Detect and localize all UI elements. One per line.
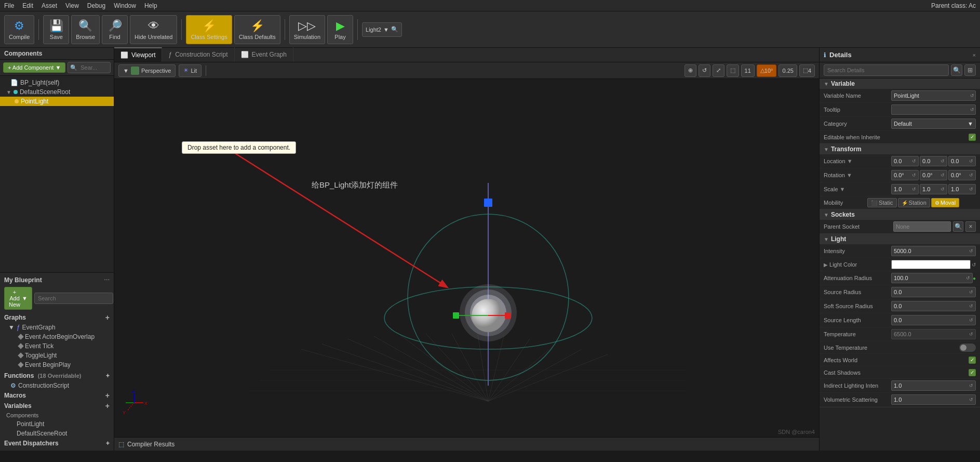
mobility-station-btn[interactable]: ⚡ Station [898,198,930,207]
affects-world-checkbox[interactable] [969,357,976,364]
debug-filter-dropdown[interactable]: Light2 ▼ 🔍 [362,22,402,37]
indirect-lighting-input[interactable]: 1.0 ↺ [891,380,976,391]
event-tick[interactable]: Event Tick [0,341,114,351]
sockets-section-header[interactable]: ▼ Sockets [820,209,980,220]
tree-item-bp-light[interactable]: 📄 BP_Light(self) [0,78,114,87]
bp-search-input[interactable] [34,293,113,304]
details-close-icon[interactable]: × [973,52,976,58]
variables-plus[interactable]: + [105,402,110,410]
soft-source-radius-input[interactable]: 0.0 ↺ [891,301,976,311]
browse-button[interactable]: 🔍 Browse [71,15,100,44]
angle-snap-num[interactable]: △ 10° [757,64,777,77]
tab-construction-script[interactable]: ƒ Construction Script [162,47,234,62]
menu-view[interactable]: View [65,2,79,9]
my-blueprint-header[interactable]: My Blueprint ⋯ [0,275,114,285]
source-radius-input[interactable]: 0.0 ↺ [891,287,976,297]
temperature-input[interactable]: 6500.0 ↺ [891,329,976,339]
svg-line-11 [488,349,582,401]
rotation-x-input[interactable]: 0.0° ↺ [891,170,919,180]
light-color-picker[interactable] [891,260,971,269]
menu-window[interactable]: Window [114,2,136,9]
menu-asset[interactable]: Asset [42,2,57,9]
light-section-header[interactable]: ▼ Light [820,234,980,244]
menu-help[interactable]: Help [144,2,157,9]
var-default-scene-root[interactable]: DefaultSceneRoot [0,429,114,438]
macros-header[interactable]: Macros + [0,390,114,401]
add-component-button[interactable]: + Add Component ▼ [3,62,65,73]
tooltip-input[interactable]: ↺ [891,104,976,115]
functions-plus[interactable]: + [106,372,110,379]
rotation-z-input[interactable]: 0.0° ↺ [948,170,976,180]
camera-speed-num[interactable]: 0.25 [778,64,797,77]
tree-item-default-scene-root[interactable]: ▼ DefaultSceneRoot [0,87,114,97]
mobility-movable-btn[interactable]: ⚙ Moval [931,198,959,207]
event-dispatchers-header[interactable]: Event Dispatchers + [0,438,114,448]
details-search-btn[interactable]: 🔍 [951,64,962,76]
viewport-canvas[interactable]: Drop asset here to add a component. 给BP_… [114,79,819,437]
menu-file[interactable]: File [4,2,14,9]
source-length-input[interactable]: 0.0 ↺ [891,315,976,325]
lit-toggle[interactable]: ☀ Lit [179,64,202,77]
graph-item-eventgraph[interactable]: ▼ ƒ EventGraph [0,323,114,332]
volumetric-scattering-input[interactable]: 1.0 ↺ [891,394,976,405]
scale-y-input[interactable]: 1.0 ↺ [920,184,947,194]
save-button[interactable]: 💾 Save [43,15,69,44]
scale-x-input[interactable]: 1.0 ↺ [891,184,919,194]
viewport-view-btn[interactable]: ⬚ 4 [799,64,815,77]
editable-inherit-checkbox[interactable] [969,134,976,141]
location-x-input[interactable]: 0.0 ↺ [891,156,919,166]
category-dropdown[interactable]: Default ▼ [891,118,976,129]
var-pointlight[interactable]: PointLight [0,419,114,429]
event-actor-begin-overlap[interactable]: Event ActorBeginOverlap [0,332,114,341]
use-temperature-label: Use Temperature [824,345,956,351]
socket-search-btn[interactable]: 🔍 [953,221,963,232]
event-begin-play[interactable]: Event BeginPlay [0,360,114,369]
menu-debug[interactable]: Debug [87,2,105,9]
class-settings-button[interactable]: ⚡ Class Settings [186,15,232,44]
transform-section-header[interactable]: ▼ Transform [820,144,980,154]
find-button[interactable]: 🔎 Find [102,15,128,44]
location-z-input[interactable]: 0.0 ↺ [948,156,976,166]
macros-plus[interactable]: + [105,391,110,400]
graphs-header[interactable]: Graphs + [0,312,114,323]
tree-item-pointlight[interactable]: PointLight [0,97,114,106]
variable-section-header[interactable]: ▼ Variable [820,78,980,89]
tab-viewport[interactable]: ⬜ Viewport [114,47,162,62]
menu-edit[interactable]: Edit [22,2,33,9]
socket-clear-btn[interactable]: × [965,221,976,232]
hide-unrelated-button[interactable]: 👁 Hide Unrelated [130,15,177,44]
mobility-static-btn[interactable]: ⬛ Static [867,198,897,207]
rotate-btn[interactable]: ↺ [699,64,710,77]
cast-shadows-checkbox[interactable] [969,369,976,376]
intensity-input[interactable]: 5000.0 ↺ [891,246,976,256]
compile-button[interactable]: ⚙ Compile [4,15,34,44]
details-search-input[interactable] [824,64,949,76]
play-button[interactable]: ▶ Play [327,15,353,44]
simulation-button[interactable]: ▷▷ Simulation [289,15,325,44]
rotation-y-input[interactable]: 0.0° ↺ [920,170,947,180]
event-dispatchers-plus[interactable]: + [106,440,110,447]
location-y-input[interactable]: 0.0 ↺ [920,156,947,166]
variables-header[interactable]: Variables + [0,401,114,411]
scale-btn[interactable]: ⤢ [713,64,724,77]
graphs-plus[interactable]: + [105,313,110,322]
functions-header[interactable]: Functions (18 Overridable) + [0,371,114,381]
grid-snap-num[interactable]: 11 [741,64,755,77]
add-new-button[interactable]: + Add New ▼ [4,287,32,310]
toggle-light[interactable]: ToggleLight [0,351,114,360]
variable-name-input[interactable]: PointLight ↺ [891,90,976,101]
components-search-input[interactable] [77,62,108,73]
class-defaults-button[interactable]: ⚡ Class Defaults [234,15,280,44]
use-temperature-toggle[interactable] [959,344,976,352]
tab-event-graph[interactable]: ⬜ Event Graph [235,47,293,62]
perspective-toggle[interactable]: ▼ Perspective [118,64,176,77]
parent-socket-input[interactable]: None [893,221,951,232]
transform-widget-btn[interactable]: ⊕ [684,64,696,77]
cast-shadows-label: Cast Shadows [824,369,969,376]
surface-snapping-btn[interactable]: ⬚ [727,64,739,77]
construction-script-item[interactable]: ⚙ ConstructionScript [0,381,114,390]
details-grid-btn[interactable]: ⊞ [964,64,976,76]
attenuation-radius-input[interactable]: 100.0 ↺ [891,273,973,283]
my-blueprint-options[interactable]: ⋯ [104,277,110,284]
scale-z-input[interactable]: 1.0 ↺ [948,184,976,194]
